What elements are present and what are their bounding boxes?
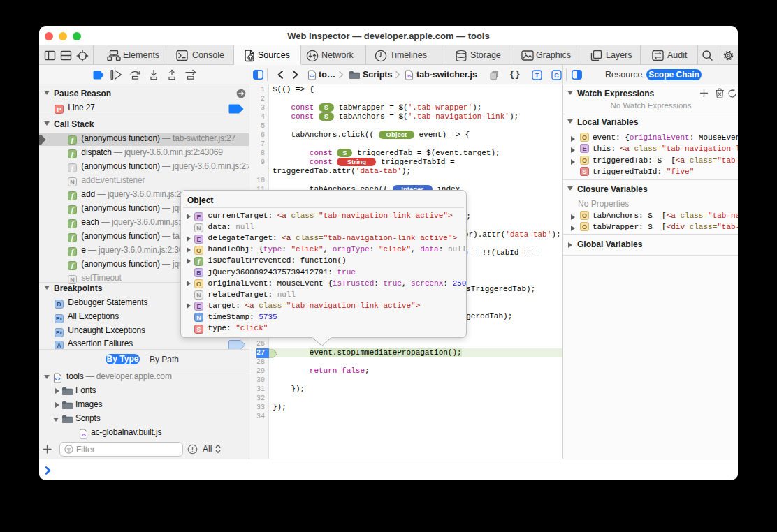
svg-text:JS: JS — [407, 74, 412, 78]
svg-text:C: C — [554, 72, 559, 79]
svg-text:T: T — [535, 72, 539, 79]
svg-text:<>: <> — [55, 376, 61, 381]
svg-text:JS: JS — [81, 433, 86, 437]
svg-text:<>: <> — [310, 73, 315, 78]
